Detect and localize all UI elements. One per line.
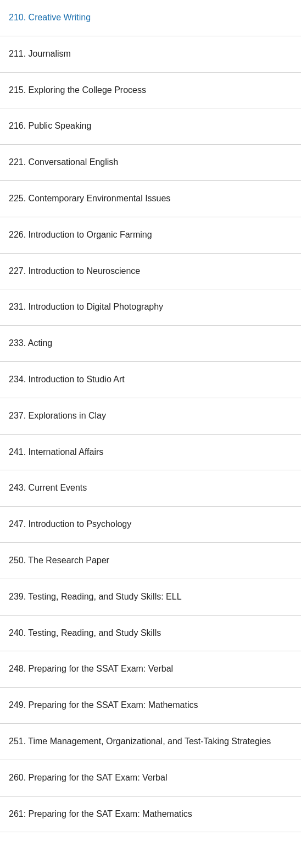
item-plain-text: 234. Introduction to Studio Art [9, 375, 125, 384]
item-label: 243. Current Events [9, 482, 87, 494]
list-item[interactable]: 237. Explorations in Clay [0, 398, 301, 435]
list-item[interactable]: 247. Introduction to Psychology [0, 507, 301, 543]
item-plain-text: 233. Acting [9, 338, 52, 348]
list-item[interactable]: 240. Testing, Reading, and Study Skills [0, 616, 301, 652]
item-label: 233. Acting [9, 338, 52, 349]
item-label: 247. Introduction to Psychology [9, 519, 131, 530]
item-plain-text: 241. International Affairs [9, 447, 103, 457]
list-item[interactable]: 221. Conversational English [0, 145, 301, 181]
item-label: 251. Time Management, Organizational, an… [9, 736, 271, 748]
item-plain-text: 248. Preparing for the SSAT Exam: Verbal [9, 664, 173, 673]
list-item[interactable]: 260. Preparing for the SAT Exam: Verbal [0, 760, 301, 796]
item-label: 234. Introduction to Studio Art [9, 374, 125, 386]
list-item[interactable]: 216. Public Speaking [0, 108, 301, 145]
item-label: 239. Testing, Reading, and Study Skills:… [9, 591, 182, 603]
item-plain-text: 226. Introduction to Organic Farming [9, 230, 152, 239]
item-plain-text: 221. Conversational English [9, 157, 118, 167]
item-plain-text: 215. Exploring the College Process [9, 85, 146, 95]
item-link-text[interactable]: 210. Creative Writing [9, 13, 91, 22]
list-item[interactable]: 251. Time Management, Organizational, an… [0, 724, 301, 760]
list-item[interactable]: 215. Exploring the College Process [0, 73, 301, 109]
item-label: 241. International Affairs [9, 447, 103, 458]
item-label: 261: Preparing for the SAT Exam: Mathema… [9, 809, 192, 820]
list-item[interactable]: 250. The Research Paper [0, 543, 301, 579]
item-label: 210. Creative Writing [9, 12, 91, 24]
item-label: 227. Introduction to Neuroscience [9, 266, 140, 277]
item-label: 249. Preparing for the SSAT Exam: Mathem… [9, 700, 198, 711]
list-item[interactable]: 225. Contemporary Environmental Issues [0, 181, 301, 217]
item-label: 215. Exploring the College Process [9, 85, 146, 96]
list-item[interactable]: 210. Creative Writing [0, 0, 301, 36]
item-label: 231. Introduction to Digital Photography [9, 301, 163, 313]
item-label: 250. The Research Paper [9, 555, 109, 567]
list-item[interactable]: 233. Acting [0, 326, 301, 362]
list-item[interactable]: 234. Introduction to Studio Art [0, 362, 301, 398]
item-plain-text: 243. Current Events [9, 483, 87, 492]
list-item[interactable]: 261: Preparing for the SAT Exam: Mathema… [0, 796, 301, 833]
item-plain-text: 225. Contemporary Environmental Issues [9, 194, 170, 203]
item-plain-text: 247. Introduction to Psychology [9, 519, 131, 529]
list-item[interactable]: 241. International Affairs [0, 435, 301, 471]
item-plain-text: 250. The Research Paper [9, 556, 109, 565]
item-label: 260. Preparing for the SAT Exam: Verbal [9, 772, 167, 784]
item-label: 211. Journalism [9, 48, 71, 60]
list-item[interactable]: 248. Preparing for the SSAT Exam: Verbal [0, 651, 301, 688]
item-plain-text: 260. Preparing for the SAT Exam: Verbal [9, 773, 167, 782]
item-label: 248. Preparing for the SSAT Exam: Verbal [9, 663, 173, 675]
list-item[interactable]: 231. Introduction to Digital Photography [0, 289, 301, 326]
item-plain-text: 261: Preparing for the SAT Exam: Mathema… [9, 809, 192, 818]
item-plain-text: 237. Explorations in Clay [9, 411, 106, 420]
list-item[interactable]: 249. Preparing for the SSAT Exam: Mathem… [0, 688, 301, 724]
item-label: 225. Contemporary Environmental Issues [9, 193, 170, 205]
list-item[interactable]: 239. Testing, Reading, and Study Skills:… [0, 579, 301, 616]
item-plain-text: 249. Preparing for the SSAT Exam: Mathem… [9, 700, 198, 710]
item-plain-text: 231. Introduction to Digital Photography [9, 302, 163, 311]
list-item[interactable]: 227. Introduction to Neuroscience [0, 254, 301, 290]
list-item[interactable]: 243. Current Events [0, 470, 301, 507]
item-label: 216. Public Speaking [9, 120, 91, 132]
item-label: 237. Explorations in Clay [9, 410, 106, 422]
item-label: 221. Conversational English [9, 157, 118, 168]
item-plain-text: 251. Time Management, Organizational, an… [9, 737, 271, 746]
item-plain-text: 240. Testing, Reading, and Study Skills [9, 628, 161, 638]
course-list: 210. Creative Writing211. Journalism215.… [0, 0, 301, 832]
item-plain-text: 211. Journalism [9, 49, 71, 58]
item-plain-text: 239. Testing, Reading, and Study Skills:… [9, 592, 182, 601]
item-label: 226. Introduction to Organic Farming [9, 229, 152, 241]
item-plain-text: 216. Public Speaking [9, 121, 91, 130]
item-label: 240. Testing, Reading, and Study Skills [9, 628, 161, 639]
list-item[interactable]: 211. Journalism [0, 36, 301, 73]
list-item[interactable]: 226. Introduction to Organic Farming [0, 217, 301, 254]
item-plain-text: 227. Introduction to Neuroscience [9, 266, 140, 276]
